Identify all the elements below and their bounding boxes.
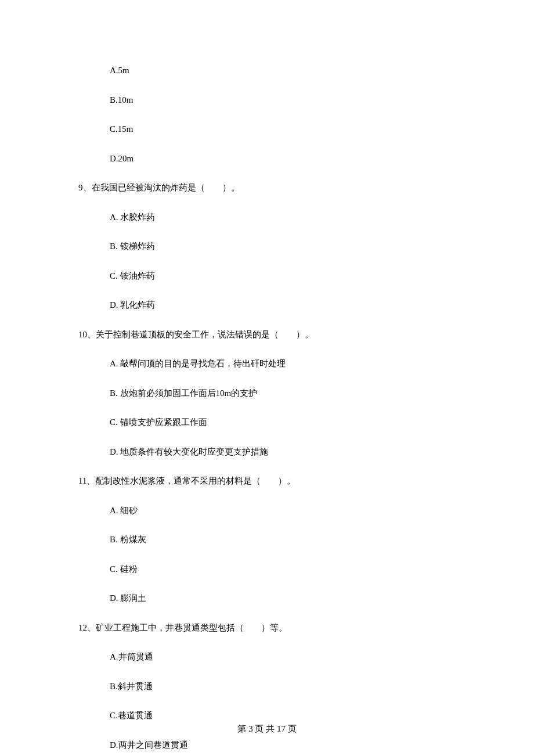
q9-stem: 9、在我国已经被淘汰的炸药是（ ）。 [78,181,456,195]
q10-option-d: D. 地质条件有较大变化时应变更支护措施 [110,445,456,459]
q8-option-d: D.20m [110,152,456,165]
q11-stem: 11、配制改性水泥浆液，通常不采用的材料是（ ）。 [78,474,456,488]
q10-option-b: B. 放炮前必须加固工作面后10m的支护 [110,387,456,400]
q10-option-a: A. 敲帮问顶的目的是寻找危石，待出矸时处理 [110,357,456,370]
q8-option-c: C.15m [110,123,456,136]
q12-option-c: C.巷道贯通 [110,709,456,722]
q12-option-a: A.井筒贯通 [110,650,456,664]
q11-option-d: D. 膨润土 [110,592,456,605]
q11-option-b: B. 粉煤灰 [110,533,456,546]
page-footer: 第 3 页 共 17 页 [0,723,534,735]
page-content: A.5m B.10m C.15m D.20m 9、在我国已经被淘汰的炸药是（ ）… [0,0,534,756]
q11-option-a: A. 细砂 [110,504,456,517]
q11-option-c: C. 硅粉 [110,563,456,576]
q10-stem: 10、关于控制巷道顶板的安全工作，说法错误的是（ ）。 [78,328,456,341]
q8-option-a: A.5m [110,64,456,77]
q9-option-c: C. 铵油炸药 [110,269,456,283]
q12-option-d: D.两井之间巷道贯通 [110,739,456,752]
q12-stem: 12、矿业工程施工中，井巷贯通类型包括（ ）等。 [78,621,456,635]
q8-option-b: B.10m [110,93,456,107]
q9-option-b: B. 铵梯炸药 [110,240,456,253]
q12-option-b: B.斜井贯通 [110,680,456,693]
q9-option-d: D. 乳化炸药 [110,298,456,312]
q9-option-a: A. 水胶炸药 [110,211,456,224]
q10-option-c: C. 锚喷支护应紧跟工作面 [110,416,456,429]
